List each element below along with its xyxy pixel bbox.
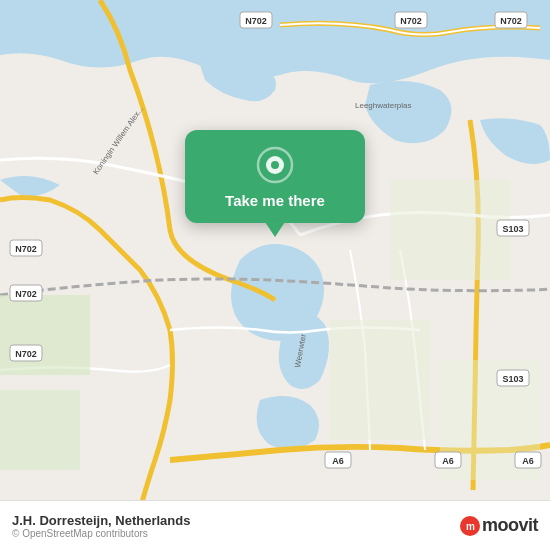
svg-text:N702: N702	[500, 16, 522, 26]
svg-text:A6: A6	[332, 456, 344, 466]
svg-text:m: m	[466, 521, 475, 532]
map-container: N702 N702 N702 N702 N702 S103 S103 A6 A6…	[0, 0, 550, 500]
svg-rect-4	[330, 320, 430, 440]
location-popup[interactable]: Take me there	[185, 130, 365, 223]
map-pin-dot	[269, 219, 281, 231]
svg-rect-3	[390, 180, 510, 280]
moovit-m-icon: m	[464, 520, 476, 532]
footer: J.H. Dorresteijn, Netherlands © OpenStre…	[0, 500, 550, 550]
svg-text:N702: N702	[400, 16, 422, 26]
location-title: J.H. Dorresteijn, Netherlands	[12, 513, 190, 528]
svg-text:A6: A6	[442, 456, 454, 466]
footer-info: J.H. Dorresteijn, Netherlands © OpenStre…	[12, 513, 190, 539]
svg-text:N702: N702	[245, 16, 267, 26]
svg-point-33	[271, 161, 279, 169]
attribution-text: © OpenStreetMap contributors	[12, 528, 190, 539]
moovit-logo-container: m moovit	[460, 515, 538, 536]
svg-rect-2	[0, 390, 80, 470]
moovit-wordmark: moovit	[482, 515, 538, 536]
map-background: N702 N702 N702 N702 N702 S103 S103 A6 A6…	[0, 0, 550, 500]
svg-text:N702: N702	[15, 244, 37, 254]
svg-rect-1	[0, 295, 90, 375]
location-pin-icon	[256, 146, 294, 184]
svg-text:N702: N702	[15, 289, 37, 299]
svg-text:A6: A6	[522, 456, 534, 466]
popup-label: Take me there	[225, 192, 325, 209]
svg-text:S103: S103	[502, 374, 523, 384]
moovit-dot-icon: m	[460, 516, 480, 536]
svg-text:N702: N702	[15, 349, 37, 359]
svg-text:S103: S103	[502, 224, 523, 234]
svg-text:Leeghwaterplas: Leeghwaterplas	[355, 101, 411, 110]
